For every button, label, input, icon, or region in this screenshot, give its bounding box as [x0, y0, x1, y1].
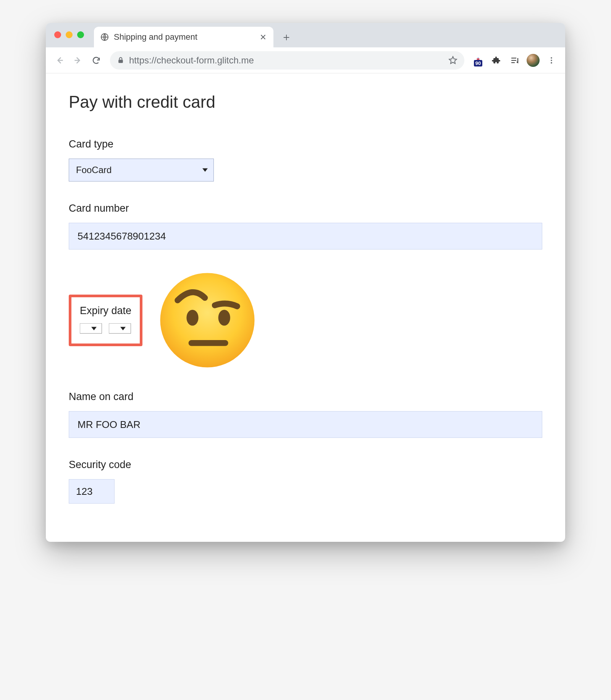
browser-window: Shipping and payment — [46, 23, 565, 542]
security-code-input[interactable]: 123 — [69, 479, 115, 504]
svg-rect-9 — [189, 340, 228, 346]
globe-icon — [100, 32, 109, 42]
forward-button[interactable] — [70, 52, 86, 69]
window-controls — [54, 31, 84, 38]
card-type-field: Card type FooCard — [69, 138, 542, 181]
browser-tab[interactable]: Shipping and payment — [94, 27, 273, 47]
svg-rect-2 — [477, 58, 480, 60]
svg-point-4 — [551, 60, 552, 61]
page-content: Pay with credit card Card type FooCard C… — [46, 73, 565, 542]
lock-icon — [117, 57, 124, 64]
security-code-label: Security code — [69, 459, 542, 471]
window-close-button[interactable] — [54, 31, 61, 38]
back-button[interactable] — [51, 52, 68, 69]
svg-point-8 — [218, 310, 230, 326]
svg-point-5 — [551, 62, 552, 63]
menu-button[interactable] — [543, 52, 560, 69]
reading-list-icon[interactable] — [506, 52, 523, 69]
page-heading: Pay with credit card — [69, 92, 542, 112]
name-on-card-value: MR FOO BAR — [78, 419, 141, 431]
window-minimize-button[interactable] — [66, 31, 73, 38]
expiry-label: Expiry date — [80, 305, 131, 317]
window-maximize-button[interactable] — [77, 31, 84, 38]
card-number-input[interactable]: 5412345678901234 — [69, 223, 542, 250]
browser-toolbar: https://checkout-form.glitch.me 90 — [46, 47, 565, 73]
name-on-card-input[interactable]: MR FOO BAR — [69, 411, 542, 438]
reload-button[interactable] — [88, 52, 105, 69]
card-type-value: FooCard — [76, 165, 112, 175]
address-bar[interactable]: https://checkout-form.glitch.me — [110, 51, 464, 70]
expiry-month-select[interactable] — [80, 323, 102, 334]
card-type-select[interactable]: FooCard — [69, 159, 214, 181]
profile-avatar[interactable] — [525, 52, 541, 69]
svg-point-6 — [160, 273, 255, 368]
expiry-highlight-annotation: Expiry date — [69, 295, 142, 346]
svg-point-3 — [551, 57, 552, 58]
new-tab-button[interactable] — [278, 29, 295, 46]
tab-strip: Shipping and payment — [46, 23, 565, 47]
expiry-date-field: Expiry date — [69, 271, 542, 370]
url-text: https://checkout-form.glitch.me — [129, 55, 444, 66]
name-on-card-label: Name on card — [69, 391, 542, 403]
name-on-card-field: Name on card MR FOO BAR — [69, 391, 542, 438]
star-icon[interactable] — [448, 56, 457, 65]
security-code-value: 123 — [76, 486, 92, 497]
extensions-icon[interactable] — [488, 52, 505, 69]
card-type-label: Card type — [69, 138, 542, 150]
card-number-label: Card number — [69, 203, 542, 214]
card-number-field: Card number 5412345678901234 — [69, 203, 542, 250]
close-tab-icon[interactable] — [259, 33, 267, 41]
lighthouse-extension-icon[interactable]: 90 — [470, 52, 487, 69]
card-number-value: 5412345678901234 — [78, 230, 166, 242]
tab-title: Shipping and payment — [114, 32, 254, 42]
security-code-field: Security code 123 — [69, 459, 542, 504]
raised-eyebrow-emoji-icon — [158, 271, 257, 370]
extension-badge: 90 — [474, 60, 482, 66]
svg-point-7 — [186, 310, 198, 326]
expiry-year-select[interactable] — [109, 323, 131, 334]
svg-rect-1 — [118, 60, 123, 63]
